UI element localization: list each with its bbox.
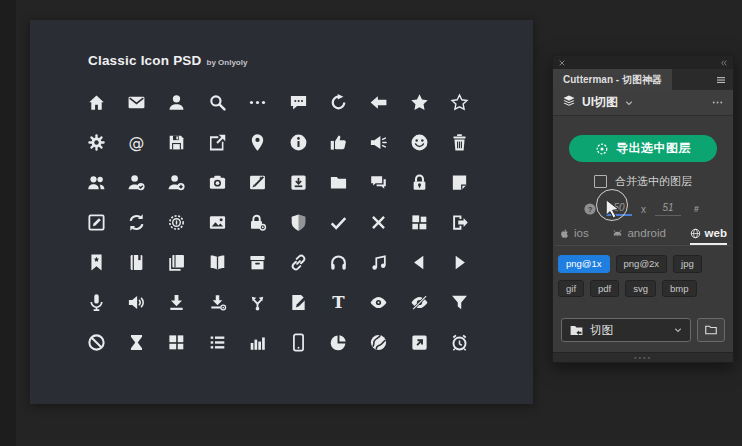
eye-off-icon[interactable] — [399, 282, 439, 322]
note-icon[interactable] — [440, 163, 480, 203]
panel-collapse-icon[interactable] — [720, 59, 728, 67]
shield-icon[interactable] — [278, 203, 318, 243]
alarm-icon[interactable] — [440, 322, 480, 362]
trash-icon[interactable] — [440, 123, 480, 163]
lock-settings-icon[interactable] — [238, 203, 278, 243]
chevron-down-icon[interactable] — [624, 98, 634, 108]
check-icon[interactable] — [318, 203, 358, 243]
bar-chart-icon[interactable] — [238, 322, 278, 362]
edit-icon[interactable] — [76, 203, 116, 243]
sync-icon[interactable] — [116, 203, 156, 243]
filter-icon[interactable] — [440, 282, 480, 322]
image-wand-icon[interactable] — [238, 163, 278, 203]
open-folder-button[interactable] — [697, 318, 725, 342]
merge-layers-checkbox-row[interactable]: 合并选中的图层 — [594, 174, 692, 189]
camera-icon[interactable] — [197, 163, 237, 203]
microphone-icon[interactable] — [76, 282, 116, 322]
smiley-icon[interactable] — [399, 123, 439, 163]
save-icon[interactable] — [157, 123, 197, 163]
hourglass-icon[interactable] — [116, 322, 156, 362]
section-options-icon[interactable] — [711, 96, 724, 109]
list-icon[interactable] — [197, 322, 237, 362]
headphones-icon[interactable] — [318, 243, 358, 283]
music-icon[interactable] — [359, 243, 399, 283]
svg-text:T: T — [332, 293, 345, 312]
merge-checkbox[interactable] — [594, 175, 607, 188]
user-check-icon[interactable] — [116, 163, 156, 203]
star-icon[interactable] — [399, 83, 439, 123]
help-icon[interactable]: ? — [583, 202, 597, 216]
format-chip-bmp[interactable]: bmp — [662, 280, 696, 298]
format-chip-png@1x[interactable]: png@1x — [558, 255, 610, 273]
home-icon[interactable] — [76, 83, 116, 123]
slice-dropdown[interactable]: 切图 — [561, 318, 691, 342]
prev-icon[interactable] — [399, 243, 439, 283]
mail-icon[interactable] — [116, 83, 156, 123]
format-chip-gif[interactable]: gif — [558, 280, 584, 298]
search-icon[interactable] — [197, 83, 237, 123]
export-selected-layers-button[interactable]: 导出选中图层 — [569, 135, 717, 162]
format-chip-svg[interactable]: svg — [625, 280, 656, 298]
fork-icon[interactable] — [238, 282, 278, 322]
close-icon[interactable] — [359, 203, 399, 243]
next-icon[interactable] — [440, 243, 480, 283]
grid-icon[interactable] — [399, 203, 439, 243]
share-icon[interactable] — [197, 123, 237, 163]
artboard-canvas[interactable]: Classic Icon PSDby Onlyoly @T — [30, 20, 533, 404]
gear-icon[interactable] — [76, 123, 116, 163]
platform-tab-web[interactable]: web — [690, 227, 727, 245]
hash-icon[interactable]: # — [690, 203, 703, 216]
at-sign-icon[interactable]: @ — [116, 123, 156, 163]
volume-icon[interactable] — [116, 282, 156, 322]
pie-chart-icon[interactable] — [318, 322, 358, 362]
comments-icon[interactable] — [359, 163, 399, 203]
phone-icon[interactable] — [278, 322, 318, 362]
star-outline-icon[interactable] — [440, 83, 480, 123]
text-icon[interactable]: T — [318, 282, 358, 322]
image-icon[interactable] — [197, 203, 237, 243]
resize-grip[interactable]: •••• — [634, 356, 652, 360]
download-icon[interactable] — [157, 282, 197, 322]
eye-icon[interactable] — [359, 282, 399, 322]
thumbs-up-icon[interactable] — [318, 123, 358, 163]
format-chip-png@2x[interactable]: png@2x — [616, 255, 668, 273]
books-icon[interactable] — [157, 243, 197, 283]
bookmark-icon[interactable] — [76, 243, 116, 283]
external-link-icon[interactable] — [399, 322, 439, 362]
download-settings-icon[interactable] — [197, 282, 237, 322]
arrow-left-icon[interactable] — [359, 83, 399, 123]
folder-solid-icon[interactable] — [318, 163, 358, 203]
info-icon[interactable] — [278, 123, 318, 163]
lock-icon[interactable] — [399, 163, 439, 203]
refresh-icon[interactable] — [318, 83, 358, 123]
width-input[interactable]: 50 — [606, 202, 632, 216]
doc-edit-icon[interactable] — [278, 282, 318, 322]
user-icon[interactable] — [157, 83, 197, 123]
users-icon[interactable] — [76, 163, 116, 203]
globe-icon[interactable] — [359, 322, 399, 362]
platform-tab-android[interactable]: android — [612, 227, 665, 245]
book-icon[interactable] — [116, 243, 156, 283]
location-pin-icon[interactable] — [238, 123, 278, 163]
comment-icon[interactable] — [278, 83, 318, 123]
panel-flyout-menu-icon[interactable] — [709, 69, 733, 90]
link-icon[interactable] — [278, 243, 318, 283]
more-icon[interactable] — [238, 83, 278, 123]
tab-cutterman[interactable]: Cutterman - 切图神器 — [553, 69, 672, 90]
format-chip-jpg[interactable]: jpg — [673, 255, 702, 273]
height-input[interactable]: 51 — [655, 202, 681, 216]
ui-slice-section-header[interactable]: UI切图 — [553, 90, 733, 116]
block-icon[interactable] — [76, 322, 116, 362]
box-download-icon[interactable] — [278, 163, 318, 203]
user-down-icon[interactable] — [157, 163, 197, 203]
open-book-icon[interactable] — [197, 243, 237, 283]
dropdown-chevron-icon — [673, 325, 683, 335]
badge-icon[interactable] — [157, 203, 197, 243]
exit-icon[interactable] — [440, 203, 480, 243]
megaphone-icon[interactable] — [359, 123, 399, 163]
panel-close-icon[interactable] — [558, 59, 566, 67]
dashboard-icon[interactable] — [157, 322, 197, 362]
archive-icon[interactable] — [238, 243, 278, 283]
platform-tab-ios[interactable]: ios — [559, 227, 589, 245]
format-chip-pdf[interactable]: pdf — [590, 280, 619, 298]
